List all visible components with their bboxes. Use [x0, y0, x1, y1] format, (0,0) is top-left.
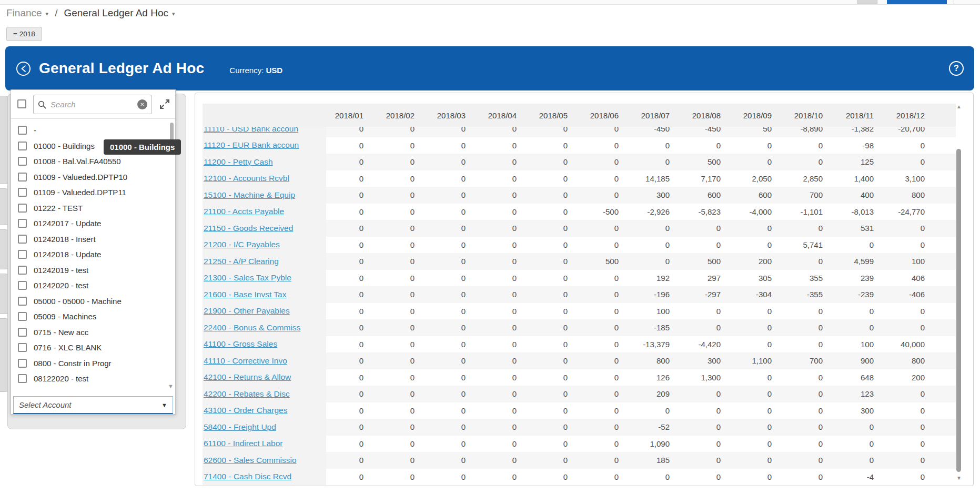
account-cell: 21150 - Goods Received	[203, 220, 326, 237]
value-cell: 0	[581, 190, 632, 199]
account-option-checkbox[interactable]	[18, 204, 27, 213]
value-cell: -1,382	[836, 127, 887, 133]
account-link[interactable]: 11110 - USD Bank accoun	[204, 127, 298, 134]
account-link[interactable]: 15100 - Machine & Equip	[204, 190, 295, 200]
account-link[interactable]: 41100 - Gross Sales	[204, 339, 277, 349]
clear-search-icon[interactable]: ✕	[137, 99, 147, 109]
account-cell: 21200 - I/C Payables	[203, 237, 326, 254]
account-option[interactable]: 01242017 - Update	[11, 216, 175, 231]
account-link[interactable]: 21200 - I/C Payables	[204, 240, 280, 249]
account-option[interactable]: 01242019 - test	[11, 263, 175, 278]
value-cell: 0	[581, 174, 632, 183]
value-cell: 0	[428, 290, 479, 299]
account-option-checkbox[interactable]	[18, 343, 27, 352]
value-cell: 0	[377, 340, 428, 349]
value-cell: 0	[428, 190, 479, 199]
breadcrumb-page[interactable]: General Ledger Ad Hoc	[64, 7, 168, 19]
account-option[interactable]: 0800 - Constr in Progr	[11, 356, 175, 371]
account-link[interactable]: 61100 - Indirect Labor	[204, 439, 283, 448]
account-option[interactable]: 08122020 - test	[11, 371, 175, 387]
scrollbar-thumb[interactable]	[956, 149, 961, 472]
back-button[interactable]	[16, 61, 31, 76]
account-option[interactable]: 0715 - New acc	[11, 325, 175, 340]
value-cell: 0	[785, 307, 836, 316]
value-cell: -52	[632, 422, 683, 431]
search-input[interactable]	[50, 100, 133, 109]
account-option[interactable]: 05009 - Machines	[11, 309, 175, 325]
account-option-checkbox[interactable]	[18, 173, 27, 182]
account-link[interactable]: 11120 - EUR Bank accoun	[204, 140, 299, 150]
account-option[interactable]: -	[11, 123, 175, 138]
account-option-checkbox[interactable]	[18, 266, 27, 275]
account-link[interactable]: 21250 - A/P Clearing	[204, 257, 279, 266]
value-cell: -8,890	[785, 127, 836, 133]
account-link[interactable]: 21600 - Base Invst Tax	[204, 290, 286, 299]
value-cell: 0	[326, 127, 377, 133]
account-link[interactable]: 21100 - Accts Payable	[204, 207, 284, 216]
value-cell: 0	[479, 257, 530, 266]
account-option-checkbox[interactable]	[18, 188, 27, 197]
account-link[interactable]: 42200 - Rebates & Disc	[204, 389, 290, 399]
account-link[interactable]: 58400 - Freight Upd	[204, 422, 276, 432]
account-link[interactable]: 22400 - Bonus & Commiss	[204, 323, 300, 332]
account-link[interactable]: 43100 - Order Charges	[204, 406, 287, 415]
account-option-checkbox[interactable]	[18, 126, 27, 135]
value-cell: 800	[887, 190, 938, 199]
account-option[interactable]: 01242018 - Update	[11, 247, 175, 263]
value-cell: 0	[581, 356, 632, 365]
account-option-checkbox[interactable]	[18, 219, 27, 228]
account-link[interactable]: 41110 - Corrective Invo	[204, 356, 287, 366]
value-cell: 0	[326, 290, 377, 299]
account-link[interactable]: 21300 - Sales Tax Pyble	[204, 273, 291, 283]
list-scroll-down-icon[interactable]: ▼	[168, 383, 174, 389]
account-list: -01000 - Buildings01008 - Bal.Val.FA4055…	[11, 119, 175, 395]
account-option[interactable]: 01242018 - Insert	[11, 231, 175, 247]
account-option-checkbox[interactable]	[18, 142, 27, 150]
column-header: 2018/03	[428, 111, 479, 120]
account-option-checkbox[interactable]	[18, 235, 27, 244]
value-cell: 0	[530, 127, 581, 133]
grid-vertical-scrollbar[interactable]: ▲ ▼	[956, 104, 962, 476]
account-option-checkbox[interactable]	[18, 312, 27, 321]
value-cell: 0	[632, 224, 683, 233]
chevron-down-icon[interactable]: ▾	[46, 11, 49, 17]
account-cell: 22400 - Bonus & Commiss	[203, 319, 326, 336]
account-option[interactable]: 05000 - 05000 - Machine	[11, 294, 175, 309]
value-cell: 0	[530, 274, 581, 283]
scroll-down-icon[interactable]: ▼	[956, 475, 962, 481]
breadcrumb-section[interactable]: Finance	[6, 7, 42, 19]
value-cell: 0	[377, 456, 428, 465]
select-account-dropdown[interactable]: Select Account ▼	[13, 396, 173, 414]
scroll-up-icon[interactable]: ▲	[956, 104, 962, 109]
account-option[interactable]: 01222 - TEST	[11, 200, 175, 216]
account-link[interactable]: 21900 - Other Payables	[204, 306, 290, 316]
chevron-down-icon[interactable]: ▾	[172, 11, 175, 17]
value-cell: 0	[326, 356, 377, 365]
account-option[interactable]: 01009 - Valueded.DPTP10	[11, 169, 175, 185]
account-link[interactable]: 62600 - Sales Commissio	[204, 456, 297, 465]
account-option[interactable]: 01008 - Bal.Val.FA40550	[11, 154, 175, 169]
account-link[interactable]: 71400 - Cash Disc Rcvd	[204, 472, 291, 481]
value-cell: 0	[377, 373, 428, 382]
account-option-checkbox[interactable]	[18, 281, 27, 290]
account-option-checkbox[interactable]	[18, 157, 27, 166]
account-option[interactable]: 0716 - XLC BLANK	[11, 340, 175, 356]
account-option-checkbox[interactable]	[18, 297, 27, 306]
value-cell: 0	[377, 190, 428, 199]
account-link[interactable]: 12100 - Accounts Rcvbl	[204, 174, 289, 183]
account-link[interactable]: 11200 - Petty Cash	[204, 157, 273, 167]
help-icon[interactable]: ?	[949, 61, 964, 76]
expand-icon[interactable]	[158, 98, 171, 110]
account-link[interactable]: 42100 - Returns & Allow	[204, 372, 291, 382]
value-cell: 0	[428, 439, 479, 448]
account-option-checkbox[interactable]	[18, 359, 27, 368]
account-option-checkbox[interactable]	[18, 374, 27, 383]
account-link[interactable]: 21150 - Goods Received	[204, 224, 293, 233]
account-option[interactable]: 01242020 - test	[11, 278, 175, 294]
select-all-checkbox[interactable]	[17, 99, 26, 108]
account-option-checkbox[interactable]	[18, 328, 27, 337]
value-cell: 300	[632, 190, 683, 199]
account-option-checkbox[interactable]	[18, 250, 27, 259]
year-filter-chip[interactable]: = 2018	[6, 27, 42, 41]
account-option[interactable]: 01109 - Valueded.DPTP11	[11, 185, 175, 200]
